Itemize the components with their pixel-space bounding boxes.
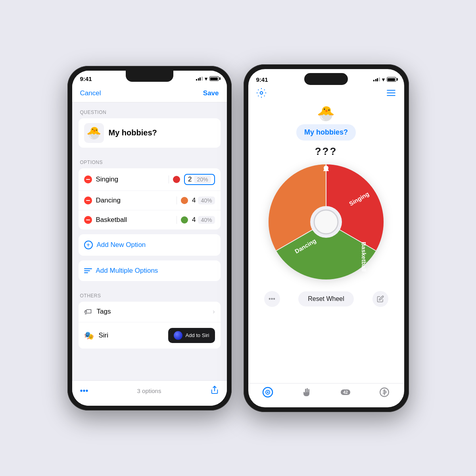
tags-label: Tags <box>97 308 208 316</box>
battery-fill <box>210 77 218 80</box>
question-bubble: My hobbies? <box>296 124 356 141</box>
votes-singing[interactable]: 2 20% <box>184 174 215 185</box>
options-count: 3 options <box>137 387 161 394</box>
bottom-actions: ••• Reset Wheel <box>255 286 398 312</box>
wheel-center-ring <box>314 210 338 234</box>
notch <box>126 71 173 82</box>
options-section-label: OPTIONS <box>72 152 227 168</box>
add-new-option-button[interactable]: + Add New Option <box>79 234 221 256</box>
svg-point-1 <box>260 91 263 94</box>
wifi-icon: ▾ <box>205 76 207 82</box>
others-section-label: OTHERS <box>72 286 227 302</box>
right-screen: 9:41 ▾ <box>248 69 404 407</box>
signal-icon-right <box>373 77 380 81</box>
save-button[interactable]: Save <box>203 89 219 97</box>
signal-icon <box>196 77 203 81</box>
bottom-toolbar: ••• 3 options <box>72 380 227 406</box>
wheel-tab-icon <box>262 387 273 398</box>
tab-dollar[interactable] <box>379 387 390 398</box>
tab-hand[interactable] <box>301 387 312 398</box>
hand-tab-icon <box>301 387 312 398</box>
left-phone: 9:41 ▾ Cancel Save <box>67 66 232 410</box>
color-dot-singing[interactable] <box>173 176 180 183</box>
siri-label: Siri <box>99 331 163 339</box>
wheel-svg: Singing Basketball Dancing <box>267 162 386 281</box>
add-to-siri-button[interactable]: Add to Siri <box>168 328 215 343</box>
right-header <box>248 85 404 105</box>
more-options-button[interactable]: ••• <box>80 386 88 395</box>
edit-button-right[interactable] <box>372 291 388 307</box>
battery-fill-right <box>388 78 395 81</box>
add-new-option-label: Add New Option <box>97 241 146 249</box>
dollar-tab-icon <box>379 387 390 398</box>
option-row-basketball: Basketball 4 40% <box>79 210 221 229</box>
remove-singing-button[interactable] <box>84 175 92 183</box>
color-dot-dancing[interactable] <box>181 197 188 204</box>
reset-wheel-button[interactable]: Reset Wheel <box>298 291 354 306</box>
wheel-section: 🐣 My hobbies? ??? <box>248 105 404 383</box>
scroll-content: QUESTION 🐣 My hobbies? OPTIONS Si <box>72 102 227 380</box>
menu-list-button[interactable] <box>386 88 396 100</box>
pct-singing: 20% <box>194 175 211 183</box>
color-dot-basketball[interactable] <box>181 216 188 224</box>
menu-lines-icon <box>84 268 92 273</box>
option-name-dancing: Dancing <box>96 197 173 204</box>
add-multiple-options-button[interactable]: Add Multiple Options <box>79 260 221 281</box>
unknown-text: ??? <box>315 145 338 158</box>
wifi-icon-right: ▾ <box>382 77 385 83</box>
tab-bar-right: 42 <box>248 383 404 407</box>
option-name-basketball: Basketball <box>96 216 173 224</box>
plus-icon: + <box>84 241 93 249</box>
question-emoji-right: 🐣 <box>317 105 335 122</box>
question-row: 🐣 My hobbies? <box>79 118 221 148</box>
pct-dancing: 40% <box>198 197 215 204</box>
question-section-label: QUESTION <box>72 102 227 118</box>
divider <box>177 197 177 204</box>
settings-gear-button[interactable] <box>256 88 267 100</box>
time-left: 9:41 <box>80 75 92 82</box>
nav-bar: Cancel Save <box>72 85 227 102</box>
siri-icon: 🎭 <box>84 331 94 340</box>
edit-icon <box>377 295 384 303</box>
option-name-singing: Singing <box>96 175 165 183</box>
tags-row[interactable]: 🏷 Tags › <box>79 302 221 322</box>
question-text[interactable]: My hobbies? <box>109 128 157 137</box>
remove-basketball-button[interactable] <box>84 216 92 224</box>
battery-icon <box>209 76 219 81</box>
question-area: 🐣 My hobbies? <box>296 105 356 141</box>
status-icons-right: ▾ <box>373 77 396 83</box>
badge-count: 42 <box>341 389 350 395</box>
options-card: Singing 2 20% Dancing <box>79 168 221 229</box>
svg-point-11 <box>267 391 269 393</box>
question-text-right: My hobbies? <box>304 128 348 137</box>
siri-row[interactable]: 🎭 Siri Add to Siri <box>79 322 221 349</box>
divider <box>169 175 169 183</box>
remove-dancing-button[interactable] <box>84 197 92 204</box>
pct-basketball: 40% <box>198 216 215 224</box>
tab-wheel[interactable] <box>262 387 273 398</box>
time-right: 9:41 <box>256 76 268 83</box>
tag-icon: 🏷 <box>84 307 92 316</box>
votes-dancing: 4 40% <box>192 197 215 204</box>
spin-wheel[interactable]: Singing Basketball Dancing <box>267 162 386 281</box>
cancel-button[interactable]: Cancel <box>80 89 101 97</box>
chevron-right-icon: › <box>213 308 215 315</box>
status-icons-left: ▾ <box>196 76 219 82</box>
dots-icon-right: ••• <box>269 295 275 303</box>
question-card: 🐣 My hobbies? <box>79 118 221 148</box>
more-button-right[interactable]: ••• <box>264 291 280 307</box>
left-screen: 9:41 ▾ Cancel Save <box>72 71 227 406</box>
add-multiple-options-label: Add Multiple Options <box>96 267 158 275</box>
votes-basketball: 4 40% <box>192 216 215 224</box>
label-basketball: Basketball <box>361 242 367 272</box>
wheel-pointer-circle <box>324 166 328 170</box>
dynamic-island <box>304 73 348 85</box>
battery-icon-right <box>387 77 396 82</box>
siri-ball-icon <box>174 331 182 340</box>
share-button[interactable] <box>210 385 219 396</box>
divider <box>177 216 177 224</box>
tab-badge[interactable]: 42 <box>340 387 351 398</box>
add-to-siri-label: Add to Siri <box>186 332 209 338</box>
option-row-dancing: Dancing 4 40% <box>79 191 221 210</box>
right-phone: 9:41 ▾ <box>244 64 409 412</box>
